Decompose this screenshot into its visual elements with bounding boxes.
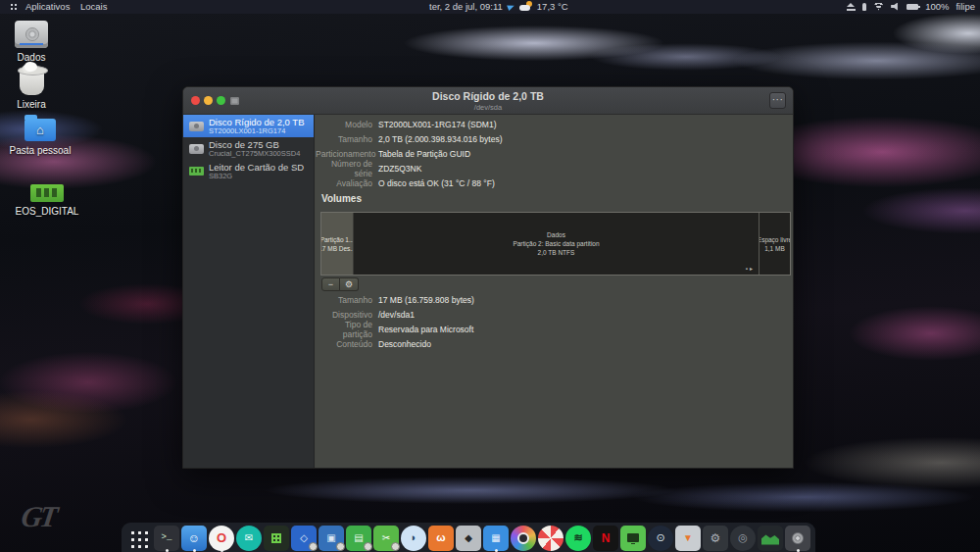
sidebar-item-disk-2tb[interactable]: Disco Rígido de 2,0 TB ST2000LX001-1RG17… — [183, 115, 314, 137]
system-indicators[interactable]: 100% filipe — [847, 1, 975, 12]
dock-system-monitor-icon[interactable] — [758, 526, 783, 551]
sidebar-item-subtitle: ST2000LX001-1RG174 — [209, 127, 305, 135]
sidebar-item-sd-reader[interactable]: Leitor de Cartão de SD SB32G — [183, 160, 314, 182]
detail-row: Número de sérieZDZ5Q3NK — [316, 161, 793, 176]
dock-appcenter-icon[interactable]: ▼ — [675, 526, 701, 551]
dock-opera-icon[interactable]: O — [209, 526, 234, 551]
dock-terminal-icon[interactable]: >_ — [154, 526, 179, 551]
clock-applet[interactable]: ter, 2 de jul, 09:11 17,3 °C — [429, 1, 568, 12]
segment-line: Partição 2: Basic data partition — [513, 240, 599, 247]
drive-icon — [189, 122, 204, 131]
dock-steam-icon[interactable]: ⊙ — [648, 526, 673, 551]
detail-value: ZDZ5Q3NK — [378, 164, 421, 174]
temperature-text: 17,3 °C — [537, 1, 568, 12]
desktop-icon-label: Lixeira — [17, 99, 45, 110]
minimize-button[interactable] — [204, 96, 213, 105]
detail-row: AvaliaçãoO disco está OK (31 °C / 88 °F) — [316, 176, 793, 190]
volume-segment-free-space[interactable]: Espaço livre 1,1 MB — [759, 213, 790, 275]
desktop-icon-pasta-pessoal[interactable]: ⌂ Pasta pessoal — [0, 119, 80, 156]
weather-icon — [519, 2, 532, 11]
sidebar-item-subtitle: SB32G — [209, 173, 304, 180]
window-app-icon — [230, 97, 239, 105]
segment-line: Dados — [547, 231, 565, 238]
desktop-icon-lixeira[interactable]: Lixeira — [0, 68, 72, 110]
volume-segment-partition2[interactable]: Dados Partição 2: Basic data partition 2… — [354, 213, 759, 275]
dock-utilities-icon[interactable]: ◎ — [730, 526, 756, 551]
eject-icon — [847, 3, 856, 11]
battery-icon — [906, 4, 918, 10]
volume-segment-partition1[interactable]: Partição 1... 17 MB Des... — [321, 213, 354, 275]
dock: >_☺O✉◇▣▤✂◗ω◆▦≋N⊙▼⚙◎ — [122, 523, 815, 552]
desktop-icon-label: Pasta pessoal — [10, 145, 72, 156]
detail-value: 17 MB (16.759.808 bytes) — [378, 295, 474, 305]
detail-label: Particionamento — [316, 149, 378, 159]
dock-items: >_☺O✉◇▣▤✂◗ω◆▦≋N⊙▼⚙◎ — [126, 525, 810, 551]
sd-card-icon — [30, 184, 64, 202]
app-grid-icon[interactable] — [10, 3, 19, 12]
ink-icon — [862, 3, 866, 11]
dock-planner-icon[interactable]: ▦ — [483, 526, 509, 551]
detail-value: Desconhecido — [378, 339, 431, 349]
dock-netflix-icon[interactable]: N — [593, 526, 618, 551]
disk-detail-pane: ModeloST2000LX001-1RG174 (SDM1) Tamanho2… — [316, 115, 793, 468]
dock-github-icon[interactable] — [264, 526, 289, 551]
volumes-heading: Volumes — [321, 193, 362, 204]
disks-window: Disco Rígido de 2,0 TB /dev/sda ··· Disc… — [182, 86, 794, 469]
detail-row: ModeloST2000LX001-1RG174 (SDM1) — [316, 117, 793, 131]
hamburger-menu-button[interactable]: ··· — [769, 92, 786, 109]
detail-label: Tamanho — [316, 295, 378, 305]
dock-gimp-icon[interactable]: ω — [428, 526, 454, 551]
gran-turismo-logo: GT — [20, 500, 58, 533]
dock-devtool-icon[interactable]: ▣ — [318, 526, 344, 551]
desktop-icon-dados[interactable]: Dados — [0, 21, 72, 63]
dock-retro-games-icon[interactable] — [620, 526, 646, 551]
desktop-icon-eos-digital[interactable]: EOS_DIGITAL — [7, 184, 87, 217]
dock-mail-icon[interactable]: ✉ — [236, 526, 262, 551]
detail-value: Tabela de Partição GUID — [378, 149, 470, 159]
dock-app-launcher-icon[interactable] — [126, 526, 152, 551]
dock-screenshot-icon[interactable]: ✂ — [373, 526, 399, 551]
detail-row: Tipo de partiçãoReservada para Microsoft — [316, 322, 793, 336]
detail-label: Conteúdo — [316, 339, 378, 349]
dock-office-doc-icon[interactable]: ▤ — [346, 526, 371, 551]
partition-options-button[interactable]: ⚙ — [340, 277, 359, 291]
segment-line: 1,1 MB — [764, 245, 785, 252]
dock-spotify-icon[interactable]: ≋ — [565, 526, 591, 551]
segment-line: Partição 1... — [321, 236, 354, 243]
sd-card-icon — [189, 167, 204, 176]
menu-aplicativos[interactable]: Aplicativos — [25, 1, 70, 12]
menu-locais[interactable]: Locais — [80, 1, 107, 12]
maximize-button[interactable] — [217, 96, 225, 105]
battery-percent: 100% — [925, 1, 949, 12]
dock-photos-icon[interactable] — [511, 526, 536, 551]
detail-row: Dispositivo/dev/sda1 — [316, 307, 793, 322]
dock-media-player-icon[interactable] — [538, 526, 564, 551]
detail-row: ParticionamentoTabela de Partição GUID — [316, 146, 793, 161]
dock-settings-icon[interactable]: ⚙ — [703, 526, 728, 551]
dock-disks-icon[interactable] — [785, 526, 810, 551]
titlebar-text: Disco Rígido de 2,0 TB /dev/sda — [262, 90, 714, 112]
disk-sidebar: Disco Rígido de 2,0 TB ST2000LX001-1RG17… — [183, 115, 315, 468]
detail-label: Número de série — [316, 159, 378, 178]
window-titlebar[interactable]: Disco Rígido de 2,0 TB /dev/sda ··· — [183, 87, 793, 115]
dock-code-icon[interactable]: ◇ — [291, 526, 317, 551]
sidebar-item-disk-275gb[interactable]: Disco de 275 GB Crucial_CT275MX300SSD4 — [183, 137, 314, 160]
detail-value: Reservada para Microsoft — [378, 325, 473, 334]
segment-line: 2,0 TB NTFS — [538, 249, 575, 256]
dock-inkscape-icon[interactable]: ◆ — [456, 526, 481, 551]
volume-icon — [891, 3, 900, 11]
detail-label: Tamanho — [316, 134, 378, 144]
disk-details: ModeloST2000LX001-1RG174 (SDM1) Tamanho2… — [316, 117, 793, 190]
delete-partition-button[interactable]: − — [321, 277, 340, 291]
volume-toolbar: − ⚙ — [321, 277, 359, 291]
dock-dolphin-browser-icon[interactable]: ◗ — [401, 526, 426, 551]
segment-line: 17 MB Des... — [321, 245, 354, 252]
detail-label: Tipo de partição — [316, 320, 378, 339]
close-button[interactable] — [191, 96, 200, 105]
detail-label: Dispositivo — [316, 310, 378, 320]
mounted-icon: ▪▸ — [746, 265, 755, 272]
dock-files-icon[interactable]: ☺ — [181, 526, 207, 551]
sidebar-item-subtitle: Crucial_CT275MX300SSD4 — [209, 150, 300, 158]
wifi-icon — [873, 3, 884, 11]
volumes-bar: Partição 1... 17 MB Des... Dados Partiçã… — [320, 212, 791, 276]
